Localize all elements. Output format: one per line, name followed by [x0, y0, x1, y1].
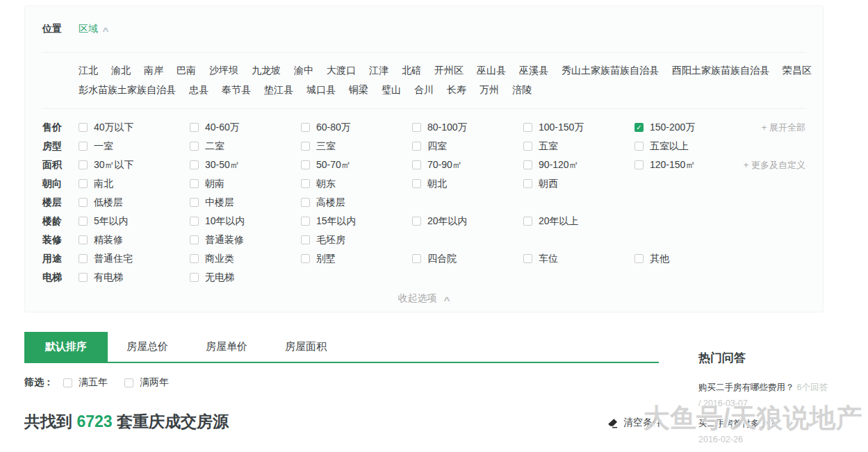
filter-option[interactable]: 5年以内 [79, 215, 190, 228]
checkbox-icon[interactable] [190, 179, 199, 188]
qa-question-link[interactable]: 买二手房首付多少？ [698, 419, 777, 428]
district-link[interactable]: 合川 [414, 84, 434, 95]
checkbox-icon[interactable] [523, 217, 532, 226]
tab-sort[interactable]: 房屋面积 [266, 332, 345, 362]
district-link[interactable]: 城口县 [306, 84, 336, 95]
checkbox-icon[interactable] [79, 142, 88, 151]
district-link[interactable]: 开州区 [434, 65, 464, 76]
filter-option[interactable]: 120-150㎡ [634, 159, 746, 171]
checkbox-icon[interactable] [79, 198, 88, 207]
filter-option[interactable]: 150-200万 [634, 122, 746, 134]
district-link[interactable]: 涪陵 [512, 84, 532, 95]
tab-sort[interactable]: 房屋总价 [108, 332, 187, 362]
filter-option[interactable]: 普通住宅 [79, 253, 190, 265]
checkbox-icon[interactable] [63, 378, 72, 387]
filter-option[interactable]: 五室 [523, 140, 634, 153]
checkbox-icon[interactable] [412, 254, 421, 263]
district-link[interactable]: 铜梁 [349, 84, 368, 95]
quick-filter-option[interactable]: 满五年 [63, 376, 108, 389]
checkbox-icon[interactable] [634, 160, 644, 169]
district-link[interactable]: 璧山 [382, 84, 401, 95]
district-link[interactable]: 酉阳土家族苗族自治县 [672, 65, 769, 76]
district-link[interactable]: 大渡口 [327, 65, 356, 76]
filter-option[interactable]: 有电梯 [79, 271, 190, 284]
district-link[interactable]: 渝中 [294, 65, 313, 76]
checkbox-icon[interactable] [523, 142, 532, 151]
district-link[interactable]: 渝北 [111, 65, 131, 76]
checkbox-icon[interactable] [79, 160, 88, 169]
filter-option[interactable]: 四室 [412, 140, 523, 153]
checkbox-icon[interactable] [412, 217, 421, 226]
checkbox-icon[interactable] [523, 123, 532, 132]
expand-more-link[interactable]: + 更多及自定义 [744, 159, 805, 171]
filter-option[interactable]: 20年以上 [523, 215, 634, 228]
checkbox-icon[interactable] [190, 273, 199, 282]
filter-option[interactable]: 30㎡以下 [79, 159, 190, 171]
filter-option[interactable]: 10年以内 [190, 215, 301, 228]
checkbox-icon[interactable] [301, 160, 310, 169]
filter-option[interactable]: 50-70㎡ [301, 159, 412, 171]
district-link[interactable]: 南岸 [144, 65, 163, 76]
filter-option[interactable]: 100-150万 [523, 122, 634, 134]
district-link[interactable]: 巫山县 [477, 65, 506, 76]
checkbox-icon[interactable] [190, 123, 199, 132]
checkbox-icon[interactable] [190, 198, 199, 207]
qa-question-link[interactable]: 购买二手房有哪些费用？ [698, 383, 794, 392]
filter-option[interactable]: 南北 [79, 178, 190, 190]
filter-option[interactable]: 其他 [634, 253, 746, 265]
district-link[interactable]: 彭水苗族土家族自治县 [79, 84, 176, 95]
district-link[interactable]: 万州 [480, 84, 499, 95]
filter-option[interactable]: 40万以下 [79, 122, 190, 134]
district-link[interactable]: 巫溪县 [519, 65, 548, 76]
district-link[interactable]: 忠县 [189, 84, 208, 95]
checkbox-icon[interactable] [301, 123, 310, 132]
filter-option[interactable]: 一室 [79, 140, 190, 153]
district-link[interactable]: 沙坪坝 [209, 65, 238, 76]
filter-option[interactable]: 车位 [523, 253, 634, 265]
checkbox-icon[interactable] [190, 254, 199, 263]
filter-option[interactable]: 70-90㎡ [412, 159, 523, 171]
district-link[interactable]: 垫江县 [264, 84, 293, 95]
checkbox-icon[interactable] [301, 142, 310, 151]
filter-option[interactable]: 中楼层 [190, 196, 301, 209]
checkbox-icon[interactable] [79, 123, 88, 132]
filter-option[interactable]: 精装修 [79, 234, 190, 246]
district-link[interactable]: 奉节县 [222, 84, 251, 95]
region-tab[interactable]: 区域 ∧ [79, 23, 108, 35]
checkbox-icon[interactable] [412, 123, 421, 132]
checkbox-icon[interactable] [634, 254, 644, 263]
checkbox-icon[interactable] [79, 254, 88, 263]
district-link[interactable]: 九龙坡 [252, 65, 281, 76]
checkbox-icon[interactable] [190, 235, 199, 244]
district-link[interactable]: 北碚 [402, 65, 421, 76]
checkbox-icon[interactable] [412, 179, 421, 188]
district-link[interactable]: 巴南 [177, 65, 196, 76]
filter-option[interactable]: 朝东 [301, 178, 412, 190]
filter-option[interactable]: 60-80万 [301, 122, 412, 134]
checkbox-checked-icon[interactable] [634, 123, 644, 132]
filter-option[interactable]: 三室 [301, 140, 412, 153]
tab-default-sort[interactable]: 默认排序 [24, 332, 108, 362]
filter-option[interactable]: 90-120㎡ [523, 159, 634, 171]
filter-option[interactable]: 朝南 [190, 178, 301, 190]
filter-option[interactable]: 朝西 [523, 178, 634, 190]
checkbox-icon[interactable] [523, 179, 532, 188]
filter-option[interactable]: 别墅 [301, 253, 412, 265]
checkbox-icon[interactable] [190, 217, 199, 226]
filter-option[interactable]: 80-100万 [412, 122, 523, 134]
filter-option[interactable]: 朝北 [412, 178, 523, 190]
checkbox-icon[interactable] [412, 142, 421, 151]
filter-option[interactable]: 二室 [190, 140, 301, 153]
filter-option[interactable]: 30-50㎡ [190, 159, 301, 171]
checkbox-icon[interactable] [190, 142, 199, 151]
checkbox-icon[interactable] [523, 254, 532, 263]
tab-sort[interactable]: 房屋单价 [187, 332, 266, 362]
collapse-options-link[interactable]: 收起选项 ∧ [398, 292, 450, 303]
filter-option[interactable]: 15年以内 [301, 215, 412, 228]
filter-option[interactable]: 四合院 [412, 253, 523, 265]
checkbox-icon[interactable] [301, 198, 310, 207]
district-link[interactable]: 秀山土家族苗族自治县 [562, 65, 659, 76]
checkbox-icon[interactable] [79, 217, 88, 226]
checkbox-icon[interactable] [301, 179, 310, 188]
district-link[interactable]: 荣昌区 [783, 65, 812, 76]
